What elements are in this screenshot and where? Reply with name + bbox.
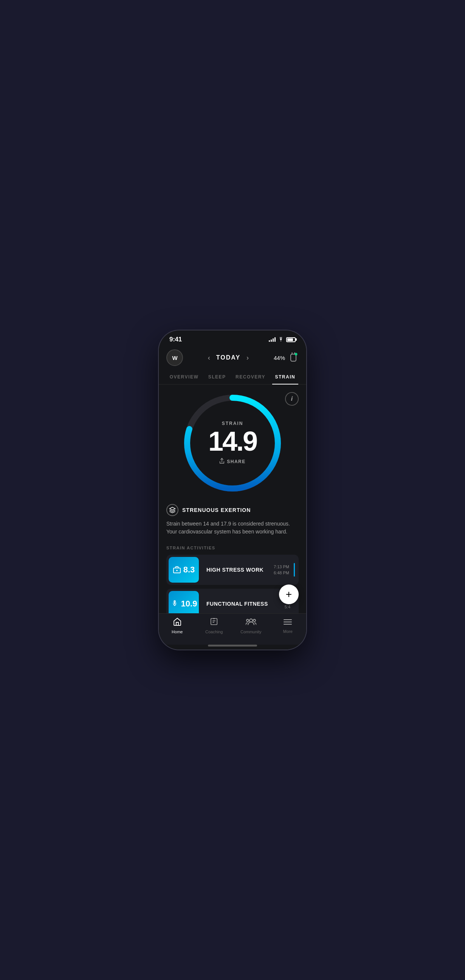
tab-overview[interactable]: OVERVIEW — [167, 371, 202, 384]
svg-rect-12 — [211, 619, 217, 625]
activity-icon-0: 8.3 — [169, 557, 199, 582]
bottom-nav: Home Coaching — [159, 613, 306, 644]
nav-label-community: Community — [240, 630, 261, 634]
main-content: i — [159, 385, 306, 613]
fab-plus-icon: + — [286, 588, 292, 600]
nav-item-community[interactable]: Community — [238, 617, 264, 634]
activity-bar-0 — [294, 563, 295, 577]
status-bar: 9:41 — [159, 331, 306, 346]
community-icon — [246, 617, 256, 628]
activity-start-time-1: 5:4 — [285, 605, 290, 609]
exertion-title: STRENUOUS EXERTION — [182, 507, 251, 513]
activity-info-1: FUNCTIONAL FITNESS — [201, 596, 278, 611]
watch-icon[interactable] — [288, 352, 299, 363]
coaching-icon — [209, 617, 218, 628]
exertion-section: STRENUOUS EXERTION Strain between 14 and… — [159, 498, 306, 542]
activities-label: STRAIN ACTIVITIES — [166, 546, 299, 550]
activity-card-0[interactable]: 8.3 HIGH STRESS WORK 7:13 PM 6:48 PM — [166, 555, 299, 585]
share-label: SHARE — [227, 459, 246, 464]
header-right: 44% — [274, 352, 299, 363]
next-day-button[interactable]: › — [247, 354, 249, 362]
tab-strain[interactable]: STRAIN — [272, 371, 299, 384]
tab-sleep[interactable]: SLEEP — [205, 371, 229, 384]
nav-label-coaching: Coaching — [205, 630, 223, 634]
share-icon — [219, 458, 225, 465]
exertion-header: STRENUOUS EXERTION — [166, 504, 299, 516]
current-date: TODAY — [216, 354, 240, 361]
wifi-icon — [278, 337, 284, 342]
battery-icon — [286, 337, 296, 342]
activity-info-0: HIGH STRESS WORK — [201, 562, 269, 578]
strain-ring-wrapper: STRAIN 14.9 SHARE — [182, 392, 283, 494]
signal-icon — [269, 337, 275, 342]
activity-time-0: 7:13 PM 6:48 PM — [269, 565, 294, 575]
svg-point-14 — [250, 619, 253, 622]
activity-name-0: HIGH STRESS WORK — [206, 567, 264, 573]
app-logo[interactable]: W — [166, 349, 183, 366]
phone-frame: 9:41 W — [159, 331, 306, 649]
strain-label: STRAIN — [208, 421, 257, 426]
strain-value: 14.9 — [208, 428, 257, 455]
svg-rect-13 — [213, 618, 215, 619]
svg-point-15 — [247, 619, 249, 622]
info-button[interactable]: i — [285, 392, 299, 406]
nav-item-more[interactable]: More — [274, 618, 301, 634]
tab-recovery[interactable]: RECOVERY — [232, 371, 268, 384]
strain-ring-section: i — [159, 385, 306, 498]
ring-center: STRAIN 14.9 SHARE — [208, 421, 257, 465]
activity-start-time-0: 6:48 PM — [274, 571, 289, 575]
home-icon — [173, 617, 182, 628]
share-button[interactable]: SHARE — [208, 458, 257, 465]
exertion-description: Strain between 14 and 17.9 is considered… — [166, 520, 299, 536]
activity-score-0: 8.3 — [183, 565, 195, 575]
activity-score-1: 10.9 — [181, 599, 197, 609]
exertion-logo — [166, 504, 178, 516]
activity-name-1: FUNCTIONAL FITNESS — [206, 601, 272, 607]
svg-point-1 — [295, 353, 298, 355]
watch-battery-pct: 44% — [274, 355, 285, 361]
status-icons — [269, 337, 296, 342]
tab-bar: OVERVIEW SLEEP RECOVERY STRAIN — [159, 371, 306, 385]
svg-point-11 — [174, 601, 175, 602]
nav-label-more: More — [283, 629, 293, 634]
activity-fitness-icon — [170, 600, 179, 608]
phone-screen: 9:41 W — [159, 331, 306, 649]
more-icon — [283, 618, 292, 628]
nav-label-home: Home — [172, 630, 183, 634]
fab-add-button[interactable]: + — [279, 584, 299, 604]
activity-end-time-0: 7:13 PM — [274, 565, 289, 569]
svg-point-16 — [253, 619, 256, 622]
activity-work-icon — [173, 566, 181, 574]
prev-day-button[interactable]: ‹ — [208, 354, 210, 362]
header: W ‹ TODAY › 44% — [159, 346, 306, 371]
activity-icon-1: 10.9 — [169, 591, 199, 613]
nav-item-coaching[interactable]: Coaching — [201, 617, 227, 634]
nav-item-home[interactable]: Home — [164, 617, 191, 634]
date-navigation: ‹ TODAY › — [208, 354, 249, 362]
home-indicator — [208, 644, 257, 646]
status-time: 9:41 — [169, 336, 182, 343]
